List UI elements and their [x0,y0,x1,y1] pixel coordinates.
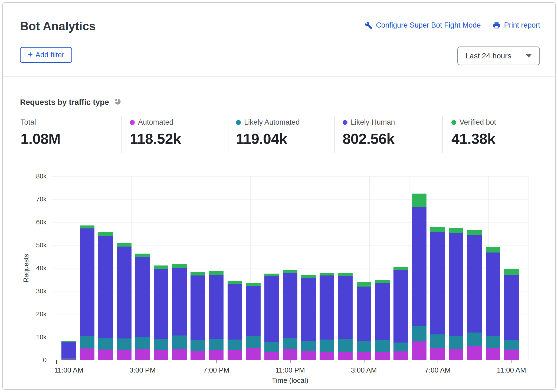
bar-10-00-am[interactable] [486,247,500,360]
bar-segment-likely-automated[interactable] [117,338,132,350]
bar-9-00-am[interactable] [467,230,482,360]
bar-segment-likely-automated[interactable] [504,340,519,350]
bar-segment-likely-automated[interactable] [135,337,150,349]
bar-segment-automated[interactable] [80,348,94,360]
bar-segment-likely-automated[interactable] [264,342,279,352]
bar-segment-verified-bot[interactable] [449,228,463,233]
bar-segment-likely-automated[interactable] [320,340,334,352]
bar-3-00-am[interactable] [357,282,371,360]
bar-10-00-pm[interactable] [264,274,279,360]
bar-segment-likely-human[interactable] [338,276,353,339]
bar-2-00-pm[interactable] [117,243,132,360]
bar-9-00-pm[interactable] [246,283,261,360]
bar-7-00-pm[interactable] [209,271,224,360]
bar-segment-likely-human[interactable] [246,286,261,336]
bar-segment-likely-human[interactable] [283,273,297,338]
bar-segment-likely-automated[interactable] [412,326,426,342]
bar-3-00-pm[interactable] [135,254,150,360]
configure-super-bot-fight-mode-link[interactable]: Configure Super Bot Fight Mode [365,21,481,29]
bar-12-00-am[interactable] [301,275,316,360]
bar-segment-automated[interactable] [117,350,132,360]
bar-segment-automated[interactable] [154,350,168,360]
bar-segment-likely-automated[interactable] [375,340,390,352]
bar-segment-likely-automated[interactable] [228,340,242,350]
bar-segment-likely-human[interactable] [209,275,224,339]
bar-segment-likely-automated[interactable] [449,336,463,349]
bar-4-00-pm[interactable] [154,265,168,360]
bar-segment-likely-automated[interactable] [486,336,500,348]
bar-segment-likely-human[interactable] [80,228,94,337]
bar-segment-verified-bot[interactable] [301,275,316,278]
bar-segment-verified-bot[interactable] [172,264,187,268]
add-filter-button[interactable]: Add filter [20,47,72,63]
bar-segment-automated[interactable] [467,346,482,360]
bar-segment-likely-human[interactable] [467,235,482,333]
bar-segment-verified-bot[interactable] [246,283,261,286]
bar-segment-likely-human[interactable] [430,232,445,334]
bar-segment-automated[interactable] [393,351,408,360]
bar-segment-likely-automated[interactable] [80,336,94,348]
bar-segment-likely-human[interactable] [393,270,408,343]
bar-segment-likely-human[interactable] [154,269,168,339]
bar-segment-likely-automated[interactable] [338,339,353,352]
bar-segment-verified-bot[interactable] [375,280,390,283]
bar-segment-automated[interactable] [228,350,242,360]
bar-11-00-am[interactable] [61,341,76,360]
bar-segment-verified-bot[interactable] [486,247,500,253]
bar-8-00-am[interactable] [449,228,463,360]
bar-segment-likely-automated[interactable] [357,341,371,352]
bar-segment-automated[interactable] [412,341,426,360]
time-range-select[interactable]: Last 24 hours [457,46,540,65]
bar-2-00-am[interactable] [338,273,353,360]
bar-segment-automated[interactable] [135,349,150,360]
bar-segment-likely-human[interactable] [412,207,426,326]
bar-segment-likely-human[interactable] [301,278,316,341]
print-report-link[interactable]: Print report [493,21,540,29]
bar-segment-automated[interactable] [301,351,316,360]
bar-5-00-pm[interactable] [172,264,187,360]
bar-segment-likely-human[interactable] [504,275,519,340]
bar-segment-automated[interactable] [283,349,297,360]
bar-segment-automated[interactable] [449,349,463,360]
bar-segment-automated[interactable] [191,351,205,360]
bar-segment-likely-automated[interactable] [301,341,316,351]
bar-6-00-pm[interactable] [191,272,205,360]
bar-segment-likely-human[interactable] [264,276,279,342]
bar-segment-verified-bot[interactable] [264,274,279,276]
bar-segment-verified-bot[interactable] [135,254,150,257]
bar-segment-likely-automated[interactable] [154,339,168,350]
bar-segment-verified-bot[interactable] [80,225,94,228]
bar-segment-verified-bot[interactable] [430,227,445,232]
bar-segment-verified-bot[interactable] [191,272,205,276]
bar-segment-automated[interactable] [430,348,445,360]
bar-1-00-am[interactable] [320,273,334,360]
bar-segment-automated[interactable] [338,352,353,360]
bar-segment-likely-automated[interactable] [172,335,187,349]
bar-12-00-pm[interactable] [80,225,94,360]
bar-segment-likely-automated[interactable] [430,334,445,348]
bar-5-00-am[interactable] [393,267,408,360]
bar-segment-likely-human[interactable] [449,233,463,336]
bar-segment-verified-bot[interactable] [412,194,426,207]
bar-segment-verified-bot[interactable] [98,232,113,236]
bar-segment-automated[interactable] [98,350,113,360]
bar-segment-likely-automated[interactable] [246,336,261,348]
bar-11-00-pm[interactable] [283,270,297,360]
bar-segment-likely-human[interactable] [117,247,132,338]
bar-segment-verified-bot[interactable] [320,273,334,275]
bar-4-00-am[interactable] [375,280,390,360]
bar-6-00-am[interactable] [412,194,426,360]
bar-segment-likely-human[interactable] [191,275,205,340]
bar-segment-likely-human[interactable] [228,284,242,340]
bar-segment-likely-human[interactable] [61,342,76,358]
bar-segment-automated[interactable] [264,352,279,360]
bar-segment-verified-bot[interactable] [228,281,242,284]
bar-segment-automated[interactable] [357,352,371,360]
bar-segment-automated[interactable] [320,352,334,360]
bar-segment-likely-automated[interactable] [393,343,408,351]
bar-segment-verified-bot[interactable] [117,243,132,247]
bar-segment-verified-bot[interactable] [338,273,353,276]
bar-segment-automated[interactable] [209,350,224,360]
bar-segment-likely-human[interactable] [486,253,500,336]
bar-segment-verified-bot[interactable] [357,282,371,287]
